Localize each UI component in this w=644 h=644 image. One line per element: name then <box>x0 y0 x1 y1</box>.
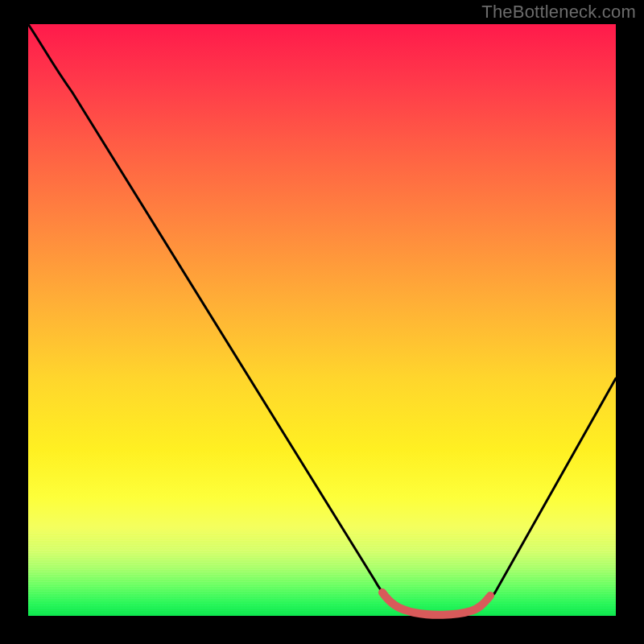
optimal-range-highlight <box>382 592 490 615</box>
bottleneck-curve <box>28 24 616 614</box>
watermark-text: TheBottleneck.com <box>481 2 636 23</box>
plot-area <box>28 24 616 616</box>
curve-svg <box>28 24 616 616</box>
chart-frame: TheBottleneck.com <box>0 0 644 644</box>
